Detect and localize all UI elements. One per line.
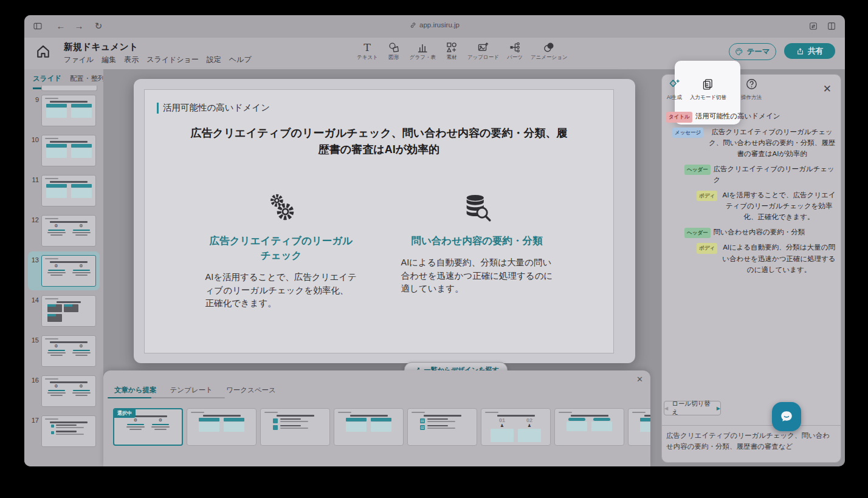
slide-thumbnail[interactable] bbox=[41, 135, 96, 166]
tab-underline-active bbox=[108, 397, 151, 398]
slide-number: 13 bbox=[29, 256, 39, 264]
menu-item[interactable]: ファイル bbox=[64, 55, 94, 65]
role-next-icon[interactable]: ▶ bbox=[717, 406, 720, 411]
title-accent-bar bbox=[157, 103, 159, 114]
slide-card: 活用可能性の高いドメイン 広告クリエイティブのリーガルチェック、問い合わせ内容の… bbox=[134, 79, 635, 363]
tool-assets[interactable]: 素材 bbox=[441, 40, 462, 61]
role-switch-button[interactable]: ◀ ロール切り替え ▶ bbox=[664, 401, 721, 415]
outline-text: 活用可能性の高いドメイン bbox=[695, 111, 838, 123]
share-button[interactable]: 共有 bbox=[784, 43, 835, 59]
slide-row-12[interactable]: 12 ⚙⚙ bbox=[24, 215, 103, 254]
tab-template[interactable]: テンプレート bbox=[170, 386, 213, 398]
reload-icon[interactable]: ↻ bbox=[92, 21, 105, 32]
slide-row-17[interactable]: 17 bbox=[24, 415, 103, 454]
role-switch-label: ロール切り替え bbox=[672, 400, 713, 417]
slides-sidebar: スライド 配置・整列 9 10 11 12 ⚙⚙13 ⚙⚙14 15 ⚙⚙16 … bbox=[24, 69, 104, 466]
slide-row-14[interactable]: 14 bbox=[24, 295, 103, 334]
browser-toolbar: ← → ↻ app.irusiru.jp bbox=[24, 15, 845, 38]
page-settings-icon[interactable] bbox=[807, 21, 819, 32]
slide-thumbnail[interactable]: ⚙⚙ bbox=[41, 335, 96, 367]
slide-row-15[interactable]: 15 ⚙⚙ bbox=[24, 335, 103, 374]
ai-generate-button[interactable]: AI生成 bbox=[667, 78, 682, 101]
outline-close-icon[interactable]: ✕ bbox=[823, 84, 832, 94]
text-icon: T bbox=[361, 40, 373, 53]
tab-overview-icon[interactable] bbox=[825, 21, 838, 32]
menu-item[interactable]: ヘルプ bbox=[229, 55, 252, 65]
menu-item[interactable]: スライドショー bbox=[146, 55, 199, 65]
design-card[interactable]: 0102 bbox=[407, 408, 477, 446]
tab-workspace[interactable]: ワークスペース bbox=[226, 386, 276, 398]
slide-number: 10 bbox=[29, 136, 39, 143]
tool-chart[interactable]: グラフ・表 bbox=[410, 40, 436, 61]
theme-button[interactable]: テーマ bbox=[729, 43, 776, 60]
slide-thumbnail-list: 9 10 11 12 ⚙⚙13 ⚙⚙14 15 ⚙⚙16 ⚙⚙17 bbox=[24, 86, 103, 466]
tool-shapes[interactable]: 図形 bbox=[384, 40, 404, 61]
design-card[interactable] bbox=[334, 408, 404, 446]
tab-underline bbox=[108, 397, 225, 398]
slide-thumbnail[interactable] bbox=[41, 415, 96, 447]
menu-item[interactable]: 編集 bbox=[102, 55, 116, 65]
outline-row-message[interactable]: メッセージ 広告クリエイティブのリーガルチェック、問い合わせ内容の要約・分類、履… bbox=[672, 126, 838, 160]
outline-tag: ヘッダー bbox=[684, 228, 711, 239]
current-slide[interactable]: 活用可能性の高いドメイン 広告クリエイティブのリーガルチェック、問い合わせ内容の… bbox=[144, 89, 614, 353]
design-card[interactable] bbox=[260, 408, 330, 446]
slide-thumbnail[interactable] bbox=[41, 95, 96, 126]
tool-label: アニメーション bbox=[531, 54, 568, 61]
tool-animation[interactable]: アニメーション bbox=[531, 40, 568, 61]
home-icon[interactable] bbox=[35, 43, 53, 61]
slide-columns: 広告クリエイティブのリーガルチェック AIを活用することで、広告クリエイティブの… bbox=[145, 190, 613, 310]
outline-row-header[interactable]: ヘッダー 問い合わせ内容の要約・分類 bbox=[684, 227, 838, 239]
tool-text[interactable]: T テキスト bbox=[357, 40, 378, 61]
slide-column[interactable]: 問い合わせ内容の要約・分類 AIによる自動要約、分類は大量の問い合わせを迅速かつ… bbox=[401, 190, 553, 310]
slide-row-10[interactable]: 10 bbox=[24, 135, 103, 174]
slide-thumbnail-partial[interactable] bbox=[41, 86, 97, 91]
document-title[interactable]: 新規ドキュメント bbox=[64, 41, 138, 53]
tool-upload[interactable]: アップロード bbox=[467, 40, 499, 61]
slide-heading[interactable]: 広告クリエイティブのリーガルチェック、問い合わせ内容の要約・分類、履歴書の審査は… bbox=[191, 125, 568, 158]
help-button[interactable]: 操作方法 bbox=[741, 78, 762, 101]
column-body: AIによる自動要約、分類は大量の問い合わせを迅速かつ正確に処理するのに適していま… bbox=[401, 256, 553, 296]
tool-label: テキスト bbox=[357, 54, 378, 61]
slide-title-block[interactable]: 活用可能性の高いドメイン bbox=[157, 102, 270, 114]
forward-icon[interactable]: → bbox=[73, 21, 85, 32]
sidebar-toggle-icon[interactable] bbox=[32, 21, 44, 32]
design-card-row: 選択中⚙⚙010201♟02♟ bbox=[113, 408, 650, 451]
design-card[interactable] bbox=[187, 408, 257, 446]
design-suggestion-panel: ✕ 文章から提案 テンプレート ワークスペース 選択中⚙⚙010201♟02♟ bbox=[103, 370, 650, 466]
input-mode-toggle-button[interactable]: 入力モード切替 bbox=[690, 78, 726, 101]
panel-close-icon[interactable]: ✕ bbox=[636, 375, 643, 383]
role-prev-icon[interactable]: ◀ bbox=[664, 406, 668, 411]
outline-row-header[interactable]: ヘッダー 広告クリエイティブのリーガルチェック bbox=[684, 163, 838, 186]
outline-row-title[interactable]: タイトル 活用可能性の高いドメイン bbox=[666, 111, 838, 123]
address-bar[interactable]: app.irusiru.jp bbox=[410, 21, 460, 29]
outline-row-body[interactable]: ボディ AIによる自動要約、分類は大量の問い合わせを迅速かつ正確に処理するのに適… bbox=[697, 242, 838, 275]
slide-row-16[interactable]: 16 ⚙⚙ bbox=[24, 375, 103, 414]
design-card[interactable]: 01♟02♟ bbox=[481, 408, 551, 446]
outline-panel: AI生成 入力モード切替 操作方法 ✕ タイトル 活用可能性の高いドメイン メッ… bbox=[661, 74, 841, 463]
tool-label: パーツ bbox=[507, 54, 523, 61]
slide-row-11[interactable]: 11 bbox=[24, 175, 103, 214]
menu-item[interactable]: 設定 bbox=[207, 55, 221, 65]
slide-row-13[interactable]: 13 ⚙⚙ bbox=[24, 255, 103, 294]
slide-thumbnail[interactable]: ⚙⚙ bbox=[41, 375, 96, 407]
design-card[interactable] bbox=[554, 408, 624, 446]
outline-panel-toolbar: AI生成 入力モード切替 操作方法 ✕ bbox=[661, 77, 841, 106]
role-divider bbox=[661, 425, 841, 426]
url-text: app.irusiru.jp bbox=[419, 21, 460, 29]
outline-row-body[interactable]: ボディ AIを活用することで、広告クリエイティブのリーガルチェックを効率化、正確… bbox=[697, 189, 838, 223]
tab-suggest-from-text[interactable]: 文章から提案 bbox=[114, 386, 157, 398]
menu-item[interactable]: 表示 bbox=[124, 55, 139, 65]
design-card[interactable] bbox=[628, 408, 650, 446]
slide-row-9[interactable]: 9 bbox=[24, 95, 103, 134]
chat-widget-button[interactable] bbox=[772, 402, 801, 431]
outline-text: AIによる自動要約、分類は大量の問い合わせを迅速かつ正確に処理するのに適していま… bbox=[720, 242, 838, 275]
slide-thumbnail[interactable] bbox=[41, 175, 96, 206]
back-icon[interactable]: ← bbox=[55, 21, 67, 32]
slide-thumbnail[interactable] bbox=[41, 295, 96, 327]
chat-bubble-icon bbox=[777, 408, 796, 426]
tool-parts[interactable]: パーツ bbox=[505, 40, 525, 61]
design-card[interactable]: 選択中⚙⚙ bbox=[113, 408, 183, 446]
slide-thumbnail[interactable]: ⚙⚙ bbox=[41, 215, 96, 247]
slide-column[interactable]: 広告クリエイティブのリーガルチェック AIを活用することで、広告クリエイティブの… bbox=[205, 190, 357, 310]
slide-thumbnail[interactable]: ⚙⚙ bbox=[41, 255, 96, 287]
